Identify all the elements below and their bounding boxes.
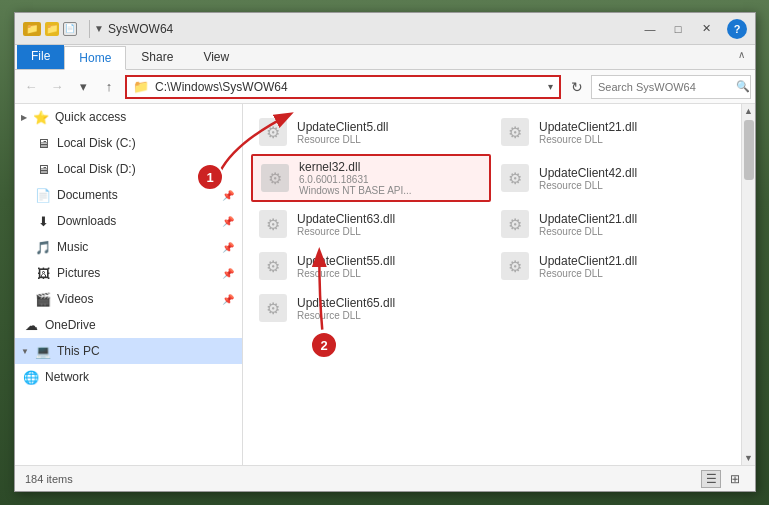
window-title: SysWOW64 xyxy=(108,22,637,36)
minimize-button[interactable]: — xyxy=(637,19,663,39)
videos-icon: 🎬 xyxy=(35,291,51,307)
ribbon-collapse[interactable]: ∧ xyxy=(730,45,753,69)
file-info: UpdateClient63.dll Resource DLL xyxy=(297,212,485,237)
dll-icon: ⚙ xyxy=(501,210,529,238)
quick-access-label: Quick access xyxy=(55,110,234,124)
dll-icon: ⚙ xyxy=(259,294,287,322)
file-icon-wrap: ⚙ xyxy=(499,162,531,194)
network-label: Network xyxy=(45,370,234,384)
onedrive-icon: ☁ xyxy=(23,317,39,333)
file-item[interactable]: ⚙ UpdateClient65.dll Resource DLL xyxy=(251,288,491,328)
file-item[interactable]: ⚙ UpdateClient21.dll Resource DLL xyxy=(493,204,733,244)
nav-item-local-c[interactable]: 🖥 Local Disk (C:) xyxy=(15,130,242,156)
nav-item-quick-access[interactable]: ▶ ⭐ Quick access xyxy=(15,104,242,130)
folder-icon-large: 📁 xyxy=(23,22,41,36)
nav-pane: ▶ ⭐ Quick access 🖥 Local Disk (C:) 🖥 Loc… xyxy=(15,104,243,465)
title-chevron: ▼ xyxy=(94,23,104,34)
title-bar-icons: 📁 📁 📄 xyxy=(23,22,77,36)
file-name: UpdateClient55.dll xyxy=(297,254,485,268)
music-label: Music xyxy=(57,240,216,254)
file-desc: Resource DLL xyxy=(297,310,485,321)
this-pc-label: This PC xyxy=(57,344,234,358)
file-name: kernel32.dll xyxy=(299,160,483,174)
tile-view-button[interactable]: ⊞ xyxy=(725,470,745,488)
folder-icon-small: 📁 xyxy=(45,22,59,36)
tab-home[interactable]: Home xyxy=(64,46,126,70)
tab-share[interactable]: Share xyxy=(126,45,188,69)
kernel-icon: ⚙ xyxy=(261,164,289,192)
path-folder-icon: 📁 xyxy=(133,79,149,94)
disk-c-icon: 🖥 xyxy=(35,135,51,151)
back-button[interactable]: ← xyxy=(19,75,43,99)
disk-d-icon: 🖥 xyxy=(35,161,51,177)
dll-icon: ⚙ xyxy=(259,118,287,146)
file-icon-wrap: ⚙ xyxy=(499,116,531,148)
scroll-thumb[interactable] xyxy=(744,120,754,180)
pictures-label: Pictures xyxy=(57,266,216,280)
recent-button[interactable]: ▾ xyxy=(71,75,95,99)
forward-button[interactable]: → xyxy=(45,75,69,99)
disk-c-label: Local Disk (C:) xyxy=(57,136,234,150)
annotation-1: 1 xyxy=(196,163,224,191)
pin-icon-pictures: 📌 xyxy=(222,268,234,279)
downloads-label: Downloads xyxy=(57,214,216,228)
window-controls: — □ ✕ ? xyxy=(637,19,747,39)
file-item[interactable]: ⚙ UpdateClient42.dll Resource DLL xyxy=(493,154,733,202)
downloads-icon: ⬇ xyxy=(35,213,51,229)
list-view-button[interactable]: ☰ xyxy=(701,470,721,488)
file-info: UpdateClient42.dll Resource DLL xyxy=(539,166,727,191)
file-item[interactable]: ⚙ UpdateClient5.dll Resource DLL xyxy=(251,112,491,152)
file-item[interactable]: ⚙ UpdateClient21.dll Resource DLL xyxy=(493,246,733,286)
tab-view[interactable]: View xyxy=(188,45,244,69)
nav-item-network[interactable]: 🌐 Network xyxy=(15,364,242,390)
ribbon-tabs: File Home Share View ∧ xyxy=(15,45,755,69)
view-controls: ☰ ⊞ xyxy=(701,470,745,488)
nav-item-this-pc[interactable]: ▼ 💻 This PC xyxy=(15,338,242,364)
dll-icon: ⚙ xyxy=(259,210,287,238)
ribbon: File Home Share View ∧ xyxy=(15,45,755,70)
file-desc: Resource DLL xyxy=(539,134,727,145)
up-button[interactable]: ↑ xyxy=(97,75,121,99)
dll-icon: ⚙ xyxy=(501,118,529,146)
file-name: UpdateClient63.dll xyxy=(297,212,485,226)
search-box[interactable]: 🔍 xyxy=(591,75,751,99)
nav-item-pictures[interactable]: 🖼 Pictures 📌 xyxy=(15,260,242,286)
file-desc: Resource DLL xyxy=(539,180,727,191)
file-icon-wrap: ⚙ xyxy=(257,292,289,324)
file-info: kernel32.dll 6.0.6001.18631 Windows NT B… xyxy=(299,160,483,196)
file-item[interactable]: ⚙ UpdateClient63.dll Resource DLL xyxy=(251,204,491,244)
file-item[interactable]: ⚙ UpdateClient55.dll Resource DLL xyxy=(251,246,491,286)
pin-icon-documents: 📌 xyxy=(222,190,234,201)
this-pc-icon: 💻 xyxy=(35,343,51,359)
nav-item-onedrive[interactable]: ☁ OneDrive xyxy=(15,312,242,338)
file-desc: Resource DLL xyxy=(297,268,485,279)
scroll-up-button[interactable]: ▲ xyxy=(742,104,755,118)
file-item[interactable]: ⚙ UpdateClient21.dll Resource DLL xyxy=(493,112,733,152)
nav-item-downloads[interactable]: ⬇ Downloads 📌 xyxy=(15,208,242,234)
address-path-box[interactable]: 📁 C:\Windows\SysWOW64 ▾ xyxy=(125,75,561,99)
pin-icon-videos: 📌 xyxy=(222,294,234,305)
file-icon-wrap: ⚙ xyxy=(499,208,531,240)
main-area: ▶ ⭐ Quick access 🖥 Local Disk (C:) 🖥 Loc… xyxy=(15,104,755,465)
vertical-scrollbar[interactable]: ▲ ▼ xyxy=(741,104,755,465)
tab-file[interactable]: File xyxy=(17,45,64,69)
file-item-kernel32[interactable]: ⚙ kernel32.dll 6.0.6001.18631 Windows NT… xyxy=(251,154,491,202)
help-button[interactable]: ? xyxy=(727,19,747,39)
maximize-button[interactable]: □ xyxy=(665,19,691,39)
doc-icon: 📄 xyxy=(63,22,77,36)
expand-this-pc: ▼ xyxy=(21,347,29,356)
nav-item-videos[interactable]: 🎬 Videos 📌 xyxy=(15,286,242,312)
documents-label: Documents xyxy=(57,188,216,202)
pin-icon-music: 📌 xyxy=(222,242,234,253)
file-icon-wrap: ⚙ xyxy=(259,162,291,194)
refresh-button[interactable]: ↻ xyxy=(565,75,589,99)
address-dropdown-icon[interactable]: ▾ xyxy=(548,81,553,92)
file-version: 6.0.6001.18631 xyxy=(299,174,483,185)
scroll-down-button[interactable]: ▼ xyxy=(742,451,755,465)
close-button[interactable]: ✕ xyxy=(693,19,719,39)
address-bar: ← → ▾ ↑ 📁 C:\Windows\SysWOW64 ▾ ↻ 🔍 xyxy=(15,70,755,104)
file-icon-wrap: ⚙ xyxy=(257,116,289,148)
search-input[interactable] xyxy=(598,81,736,93)
nav-item-music[interactable]: 🎵 Music 📌 xyxy=(15,234,242,260)
address-path-text: C:\Windows\SysWOW64 xyxy=(155,80,288,94)
